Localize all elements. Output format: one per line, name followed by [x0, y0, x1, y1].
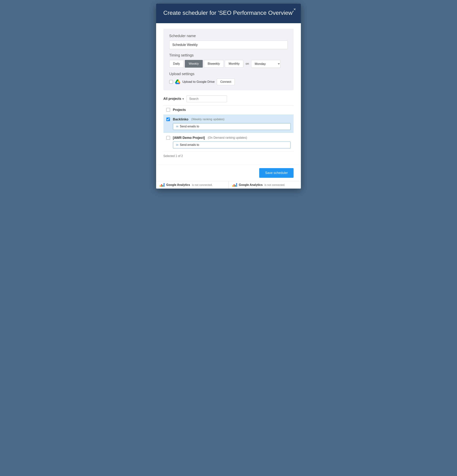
projects-table: Projects Backlinko (Weekly ranking updat…: [164, 105, 294, 152]
modal-body: Scheduler name Timing settings Daily Wee…: [156, 23, 301, 165]
project-update-type-backlinko: (Weekly ranking updates): [191, 118, 224, 121]
settings-section: Scheduler name Timing settings Daily Wee…: [164, 29, 294, 90]
timing-settings-label: Timing settings: [169, 53, 288, 57]
send-emails-label: Send emails to: [180, 125, 199, 128]
ga-status-left: is not connected.: [192, 183, 213, 186]
email-icon: ✉: [176, 125, 178, 128]
ga-bars-icon-right: [232, 183, 237, 187]
bottom-ga-left: Google Analytics is not connected.: [156, 181, 228, 188]
timing-biweekly-button[interactable]: Biweekly: [204, 60, 224, 68]
projects-header-row: Projects: [164, 105, 294, 115]
day-select[interactable]: Monday Tuesday Wednesday Thursday Friday…: [251, 60, 280, 68]
projects-header-label: Projects: [173, 108, 186, 112]
ga-bar: [236, 183, 237, 187]
timing-on-label: on: [245, 62, 249, 66]
ga-bar: [232, 185, 233, 187]
all-projects-button[interactable]: All projects ▾: [164, 97, 184, 101]
send-emails-button-awr[interactable]: ✉ Send emails to: [173, 142, 291, 148]
bottom-bars-container: Google Analytics is not connected. Googl…: [156, 181, 301, 188]
scheduler-name-label: Scheduler name: [169, 34, 288, 38]
project-name-awr: [AWR Demo Project]: [173, 136, 205, 140]
ga-bar: [164, 183, 164, 187]
google-drive-icon: [175, 79, 180, 85]
bottom-ga-right: Google Analytics is not connected.: [228, 181, 301, 188]
ga-bar: [160, 185, 161, 187]
timing-controls: Daily Weekly Biweekly Monthly on Monday …: [169, 60, 288, 68]
project-name-backlinko: Backlinko: [173, 118, 189, 121]
upload-controls: Upload to Google Drive Connect: [169, 79, 288, 85]
ga-status-right: is not connected.: [265, 183, 285, 186]
ga-bar: [161, 184, 162, 187]
ga-label-right: Google Analytics: [239, 183, 263, 187]
ga-bar: [162, 185, 163, 187]
ga-bar: [234, 184, 234, 187]
all-projects-label: All projects: [164, 97, 181, 101]
ga-bars-icon-left: [160, 183, 164, 187]
projects-filter-row: All projects ▾: [164, 95, 294, 102]
projects-select-all-checkbox[interactable]: [166, 108, 170, 112]
chevron-down-icon: ▾: [182, 97, 184, 100]
modal-footer: Save scheduler: [156, 165, 301, 181]
email-icon: ✉: [176, 143, 178, 147]
timing-settings-section: Timing settings Daily Weekly Biweekly Mo…: [169, 53, 288, 68]
timing-weekly-button[interactable]: Weekly: [185, 60, 203, 68]
upload-label: Upload to Google Drive: [182, 80, 215, 84]
modal: Create scheduler for 'SEO Performance Ov…: [156, 4, 301, 188]
save-scheduler-button[interactable]: Save scheduler: [259, 168, 293, 178]
upload-settings-label: Upload settings: [169, 72, 288, 76]
scheduler-name-input[interactable]: [169, 41, 288, 49]
google-drive-checkbox[interactable]: [169, 80, 173, 84]
close-button[interactable]: ×: [292, 7, 297, 12]
search-input[interactable]: [187, 95, 227, 102]
send-emails-button-backlinko[interactable]: ✉ Send emails to: [173, 123, 291, 130]
ga-bar: [235, 185, 236, 187]
project-checkbox-awr[interactable]: [166, 136, 170, 140]
send-emails-label: Send emails to: [180, 143, 199, 146]
ga-label-left: Google Analytics: [166, 183, 190, 187]
timing-monthly-button[interactable]: Monthly: [225, 60, 243, 68]
project-row-top: [AWR Demo Project] (On Demand ranking up…: [166, 136, 291, 140]
selected-count: Selected 1 of 2: [164, 152, 294, 159]
project-update-type-awr: (On Demand ranking updates): [208, 136, 247, 139]
project-row-top: Backlinko (Weekly ranking updates): [166, 118, 291, 121]
connect-button[interactable]: Connect: [217, 79, 235, 85]
modal-header: Create scheduler for 'SEO Performance Ov…: [156, 4, 301, 23]
timing-daily-button[interactable]: Daily: [169, 60, 184, 68]
table-row: [AWR Demo Project] (On Demand ranking up…: [164, 133, 294, 152]
table-row: Backlinko (Weekly ranking updates) ✉ Sen…: [164, 115, 294, 133]
upload-settings-section: Upload settings Uploa: [169, 72, 288, 85]
project-checkbox-backlinko[interactable]: [166, 118, 170, 121]
modal-title: Create scheduler for 'SEO Performance Ov…: [164, 9, 294, 17]
scheduler-name-section: Scheduler name: [169, 34, 288, 49]
